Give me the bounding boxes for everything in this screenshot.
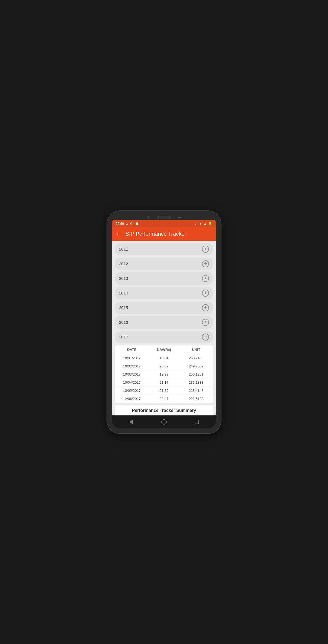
year-row-2012[interactable]: 2012 + bbox=[115, 258, 213, 270]
back-button[interactable]: ← bbox=[116, 230, 122, 238]
cell-date-3: 10/04/2017 bbox=[116, 380, 148, 385]
expand-icon-2016: + bbox=[202, 319, 209, 326]
collapse-icon-2017: − bbox=[202, 334, 209, 341]
year-label-2016: 2016 bbox=[119, 320, 128, 325]
expanded-table-2017: DATE NAV(Rs) UNIT 10/01/2017 18.64 268.2… bbox=[115, 345, 213, 403]
table-row: 10/03/2017 19.99 250.1251 bbox=[115, 370, 213, 379]
col-unit: UNIT bbox=[180, 348, 212, 352]
expand-icon-2011: + bbox=[202, 246, 209, 253]
cell-date-5: 12/06/2017 bbox=[116, 397, 148, 401]
home-nav-button[interactable] bbox=[160, 418, 168, 426]
bottom-nav-bar bbox=[112, 415, 216, 428]
recent-nav-button[interactable] bbox=[193, 418, 201, 426]
expand-icon-2013: + bbox=[202, 275, 209, 282]
cell-unit-2: 250.1251 bbox=[180, 372, 212, 376]
year-label-2015: 2015 bbox=[119, 305, 128, 310]
cell-unit-3: 236.1833 bbox=[180, 380, 212, 385]
status-time: 12:56 bbox=[116, 222, 124, 226]
table-row: 10/01/2017 18.64 268.2403 bbox=[115, 354, 213, 362]
signal-icon: ▲ bbox=[204, 222, 207, 226]
col-date: DATE bbox=[116, 348, 148, 352]
scroll-content[interactable]: 2011 + 2012 + 2013 + 2014 + 2015 + 2016 bbox=[112, 241, 216, 415]
table-header: DATE NAV(Rs) UNIT bbox=[115, 345, 213, 354]
status-right: 📍 ▼ ▲ 🔋 bbox=[194, 222, 212, 226]
status-bar: 12:56 ⚙ 🛡 📋 📍 ▼ ▲ 🔋 bbox=[112, 220, 216, 227]
speaker bbox=[157, 216, 171, 219]
year-row-2017[interactable]: 2017 − bbox=[115, 331, 213, 343]
expand-icon-2014: + bbox=[202, 290, 209, 297]
camera-dot bbox=[147, 216, 150, 219]
cell-date-0: 10/01/2017 bbox=[116, 356, 148, 360]
cell-nav-5: 22.47 bbox=[148, 397, 180, 401]
back-nav-icon bbox=[129, 419, 133, 424]
year-row-2014[interactable]: 2014 + bbox=[115, 287, 213, 299]
year-label-2012: 2012 bbox=[119, 261, 128, 266]
year-row-2016[interactable]: 2016 + bbox=[115, 316, 213, 329]
expand-icon-2012: + bbox=[202, 260, 209, 267]
cell-nav-4: 21.89 bbox=[148, 389, 180, 393]
summary-section: Performance Tracker Summary Total Amount… bbox=[115, 405, 213, 415]
camera-area bbox=[112, 216, 216, 220]
year-label-2014: 2014 bbox=[119, 291, 128, 295]
summary-title: Performance Tracker Summary bbox=[117, 408, 211, 413]
expand-icon-2015: + bbox=[202, 304, 209, 311]
wifi-icon: ▼ bbox=[199, 222, 202, 226]
home-nav-icon bbox=[161, 419, 167, 425]
settings-icon: ⚙ bbox=[126, 222, 128, 226]
cell-nav-0: 18.64 bbox=[148, 356, 180, 360]
cell-unit-0: 268.2403 bbox=[180, 356, 212, 360]
location-icon: 📍 bbox=[194, 222, 198, 226]
cell-nav-1: 20.02 bbox=[148, 364, 180, 368]
year-label-2013: 2013 bbox=[119, 276, 128, 281]
year-row-2015[interactable]: 2015 + bbox=[115, 302, 213, 314]
cell-nav-3: 21.17 bbox=[148, 380, 180, 385]
year-row-2011[interactable]: 2011 + bbox=[115, 243, 213, 255]
battery-icon: 🔋 bbox=[208, 222, 212, 226]
recent-nav-icon bbox=[195, 420, 199, 424]
table-row: 12/06/2017 22.47 222.5189 bbox=[115, 395, 213, 403]
clipboard-icon: 📋 bbox=[135, 222, 139, 226]
col-nav: NAV(Rs) bbox=[148, 348, 180, 352]
year-label-2011: 2011 bbox=[119, 247, 128, 251]
back-nav-button[interactable] bbox=[127, 418, 135, 426]
cell-date-2: 10/03/2017 bbox=[116, 372, 148, 376]
phone-device: 12:56 ⚙ 🛡 📋 📍 ▼ ▲ 🔋 ← SIP Performance Tr… bbox=[107, 211, 221, 433]
app-header: ← SIP Performance Tracker bbox=[112, 227, 216, 241]
table-row: 10/04/2017 21.17 236.1833 bbox=[115, 379, 213, 387]
shield-icon: 🛡 bbox=[130, 222, 133, 226]
sensor bbox=[178, 217, 181, 218]
status-left: 12:56 ⚙ 🛡 📋 bbox=[116, 222, 139, 226]
cell-unit-4: 228.4148 bbox=[180, 389, 212, 393]
app-title: SIP Performance Tracker bbox=[126, 231, 186, 237]
year-row-2013[interactable]: 2013 + bbox=[115, 272, 213, 285]
table-row: 10/02/2017 20.02 249.7502 bbox=[115, 362, 213, 370]
year-label-2017: 2017 bbox=[119, 335, 128, 339]
table-row: 10/05/2017 21.89 228.4148 bbox=[115, 387, 213, 395]
cell-nav-2: 19.99 bbox=[148, 372, 180, 376]
cell-date-4: 10/05/2017 bbox=[116, 389, 148, 393]
cell-unit-1: 249.7502 bbox=[180, 364, 212, 368]
cell-date-1: 10/02/2017 bbox=[116, 364, 148, 368]
phone-screen: 12:56 ⚙ 🛡 📋 📍 ▼ ▲ 🔋 ← SIP Performance Tr… bbox=[112, 220, 216, 415]
cell-unit-5: 222.5189 bbox=[180, 397, 212, 401]
